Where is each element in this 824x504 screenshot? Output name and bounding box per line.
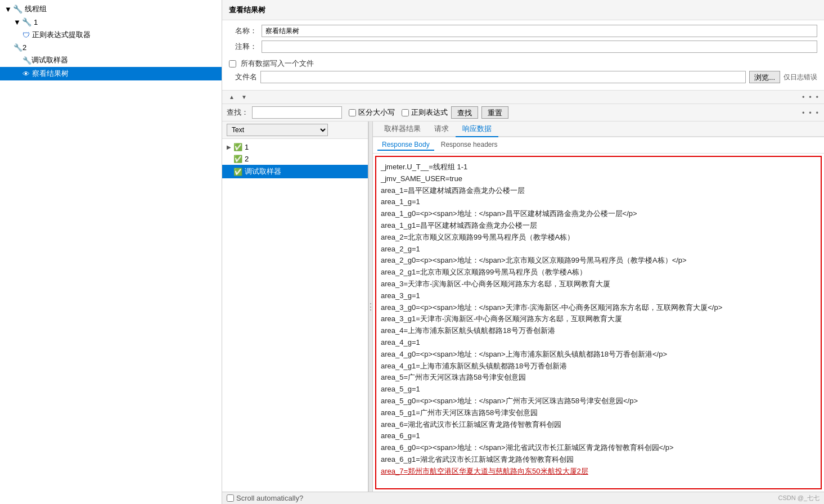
regex-group: 正则表达式 <box>402 107 448 118</box>
tabs-header: 取样器结果 请求 响应数据 <box>373 122 824 137</box>
response-content[interactable]: _jmeter.U_T__=线程组 1-1_jmv_SAME_USER=true… <box>375 156 822 489</box>
response-line: area_7=郑州市航空港区华夏大道与慈航路向东50米航投大厦2层 <box>381 466 816 478</box>
format-dropdown[interactable]: Text XML HTML JSON RegExp Tester CSS/JQu… <box>227 124 328 136</box>
response-line: area_5_g=1 <box>381 384 816 395</box>
file-label: 文件名 <box>229 72 257 82</box>
result-item-1[interactable]: ▶ ✅ 1 <box>222 141 368 153</box>
case-sensitive-group: 区分大小写 <box>349 107 395 118</box>
response-line: area_2=北京市顺义区京顺路99号黑马程序员（教学楼A栋） <box>381 232 816 244</box>
tab-sampler-result[interactable]: 取样器结果 <box>377 122 427 137</box>
search-input[interactable] <box>252 106 342 119</box>
shield-green-icon-1: ✅ <box>233 143 242 151</box>
response-line: area_6_g=1 <box>381 430 816 442</box>
toggle-thread-group[interactable]: ▼ <box>4 5 12 14</box>
response-line: area_1_g0=<p><span>地址：</span>昌平区建材城西路金燕龙… <box>381 208 816 220</box>
search-bar: 查找： 区分大小写 正则表达式 查找 重置 • • • <box>222 104 824 122</box>
name-input[interactable] <box>262 25 817 37</box>
sidebar-tree: ▼ 🔧 线程组 ▼ 🔧 1 🛡 正则表达式提取器 🔧 2 🔧 调试取样器 <box>0 0 222 504</box>
drag-handle[interactable]: ⋮ <box>368 122 373 492</box>
result-label-2: 2 <box>245 155 249 163</box>
file-input[interactable] <box>260 71 746 83</box>
toolbar-row-1: ▲ ▼ • • • <box>222 91 824 104</box>
response-line: area_3=天津市-滨海新区-中心商务区顺河路东方名邸，互联网教育大厦 <box>381 278 816 290</box>
reset-button[interactable]: 重置 <box>481 106 508 119</box>
left-result-panel: Text XML HTML JSON RegExp Tester CSS/JQu… <box>222 122 368 492</box>
result-tree: ▶ ✅ 1 ✅ 2 ✅ 调试取样器 <box>222 139 368 492</box>
response-line: _jmv_SAME_USER=true <box>381 173 816 185</box>
comment-label: 注释： <box>229 42 257 52</box>
case-sensitive-label: 区分大小写 <box>358 107 395 118</box>
shield-green-icon-2: ✅ <box>233 155 242 163</box>
sidebar-label-regex: 正则表达式提取器 <box>32 30 91 40</box>
file-row: 文件名 浏览... 仅日志错误 <box>229 71 817 83</box>
response-line: area_1_g=1 <box>381 196 816 208</box>
scroll-auto-checkbox[interactable] <box>227 494 234 502</box>
watermark: CSDN @_七七 <box>778 494 820 502</box>
result-item-debug[interactable]: ✅ 调试取样器 <box>222 165 368 178</box>
arrow-up-btn[interactable]: ▲ <box>227 93 237 101</box>
browse-button[interactable]: 浏览... <box>749 71 780 83</box>
response-line: area_5_g1=广州市天河区珠吉路58号津安创意园 <box>381 407 816 419</box>
toggle-item-1[interactable]: ▼ <box>13 18 21 26</box>
result-label-debug: 调试取样器 <box>245 166 281 177</box>
sidebar-item-1[interactable]: ▼ 🔧 1 <box>0 16 222 28</box>
response-line: area_5=广州市天河区珠吉路58号津安创意园 <box>381 372 816 384</box>
response-line: area_2_g0=<p><span>地址：</span>北京市顺义区京顺路99… <box>381 255 816 267</box>
response-line: area_2_g1=北京市顺义区京顺路99号黑马程序员（教学楼A栋） <box>381 267 816 278</box>
tab-request[interactable]: 请求 <box>427 122 456 137</box>
response-line: _jmeter.U_T__=线程组 1-1 <box>381 161 816 173</box>
response-line: area_4_g=1 <box>381 337 816 349</box>
sidebar-label-view-tree: 察看结果树 <box>32 69 69 79</box>
main-panel: 查看结果树 名称： 注释： 所有数据写入一个文件 文件名 浏览... 仅日志错误… <box>222 0 824 504</box>
response-line: area_3_g=1 <box>381 290 816 302</box>
wrench-icon: 🔧 <box>13 4 22 14</box>
panel-title: 查看结果树 <box>222 0 824 20</box>
write-all-checkbox[interactable] <box>229 60 236 68</box>
response-line: area_6=湖北省武汉市长江新城区青龙路传智教育科创园 <box>381 419 816 431</box>
case-sensitive-checkbox[interactable] <box>349 109 356 116</box>
response-line: area_4=上海市浦东新区航头镇航都路18号万香创新港 <box>381 325 816 337</box>
arrow-down-btn[interactable]: ▼ <box>239 93 249 101</box>
toolbar-dots-2: • • • <box>802 109 820 117</box>
response-line: area_2_g=1 <box>381 244 816 255</box>
expand-icon-1: ▶ <box>227 144 231 150</box>
sub-tabs: Response Body Response headers <box>373 137 824 154</box>
wrench-icon-debug: 🔧 <box>22 56 31 65</box>
sidebar-label-debug: 调试取样器 <box>31 55 68 65</box>
eye-icon: 👁 <box>22 70 30 78</box>
left-sidebar: ▼ 🔧 线程组 ▼ 🔧 1 🛡 正则表达式提取器 🔧 2 🔧 调试取样器 <box>0 0 222 504</box>
search-label: 查找： <box>227 107 249 118</box>
form-area: 名称： 注释： 所有数据写入一个文件 文件名 浏览... 仅日志错误 <box>222 20 824 91</box>
sidebar-item-2[interactable]: 🔧 2 <box>0 42 222 53</box>
write-all-row: 所有数据写入一个文件 <box>229 56 817 71</box>
write-all-label: 所有数据写入一个文件 <box>241 58 314 69</box>
response-line: area_6_g0=<p><span>地址：</span>湖北省武汉市长江新城区… <box>381 442 816 454</box>
tab-response-data[interactable]: 响应数据 <box>456 122 498 137</box>
right-panel: 取样器结果 请求 响应数据 Response Body Response hea… <box>373 122 824 492</box>
sidebar-item-thread-group[interactable]: ▼ 🔧 线程组 <box>0 2 222 16</box>
regex-checkbox[interactable] <box>402 109 409 116</box>
bottom-bar: Scroll automatically? CSDN @_七七 <box>222 492 824 504</box>
scroll-auto-label: Scroll automatically? <box>236 494 303 502</box>
sub-tab-response-headers[interactable]: Response headers <box>436 140 502 151</box>
response-line: area_1=昌平区建材城西路金燕龙办公楼一层 <box>381 185 816 197</box>
sidebar-item-view-tree[interactable]: 👁 察看结果树 <box>0 67 222 80</box>
search-button[interactable]: 查找 <box>451 106 478 119</box>
comment-input[interactable] <box>262 40 817 53</box>
sidebar-label-2: 2 <box>22 43 26 52</box>
result-item-2[interactable]: ✅ 2 <box>222 153 368 165</box>
response-line: area_4_g1=上海市浦东新区航头镇航都路18号万香创新港 <box>381 361 816 372</box>
shield-icon-regex: 🛡 <box>22 31 30 39</box>
wrench-icon-2: 🔧 <box>13 43 22 52</box>
response-line: area_3_g0=<p><span>地址：</span>天津市-滨海新区-中心… <box>381 302 816 314</box>
response-line: area_1_g1=昌平区建材城西路金燕龙办公楼一层 <box>381 220 816 232</box>
response-line: area_3_g1=天津市-滨海新区-中心商务区顺河路东方名邸，互联网教育大厦 <box>381 313 816 325</box>
regex-label: 正则表达式 <box>411 107 448 118</box>
sidebar-label-1: 1 <box>34 18 38 26</box>
sub-tab-response-body[interactable]: Response Body <box>377 140 434 151</box>
response-line: area_5_g0=<p><span>地址：</span>广州市天河区珠吉路58… <box>381 395 816 407</box>
sidebar-item-regex[interactable]: 🛡 正则表达式提取器 <box>0 28 222 42</box>
sidebar-item-debug[interactable]: 🔧 调试取样器 <box>0 53 222 67</box>
sidebar-label-thread-group: 线程组 <box>25 4 47 14</box>
response-line: area_4_g0=<p><span>地址：</span>上海市浦东新区航头镇航… <box>381 349 816 361</box>
